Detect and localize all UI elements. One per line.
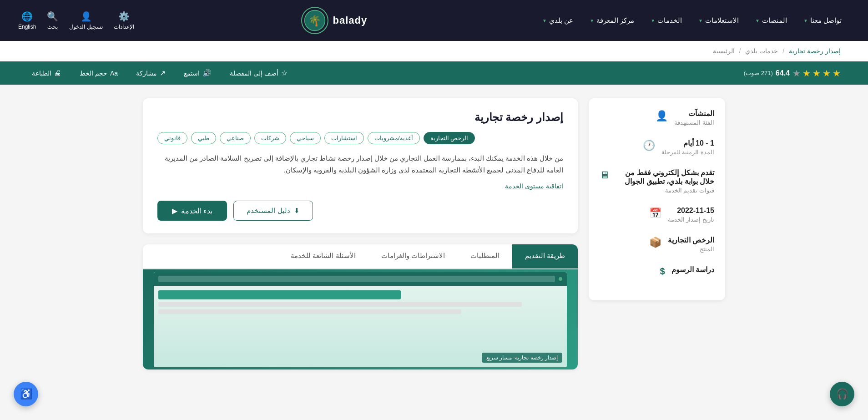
chevron-down-icon: ▼	[755, 18, 760, 23]
sidebar-product-sublabel: المنتج	[668, 246, 714, 253]
nav-item-platforms[interactable]: المنصات ▼	[747, 4, 795, 37]
service-title: إصدار رخصة تجارية	[157, 111, 563, 124]
dollar-icon: $	[660, 266, 665, 277]
sidebar-channel-label: تقدم بشكل إلكتروني فقط من خلال بوابة بلد…	[616, 168, 714, 186]
service-description: من خلال هذه الخدمة يمكنك البدء، بممارسة …	[157, 152, 563, 176]
chevron-down-icon: ▼	[698, 18, 703, 23]
video-preview[interactable]: إصدار رخصة تجارية- مسار سريع	[143, 269, 578, 369]
login-button[interactable]: 👤 تسجيل الدخول	[69, 11, 102, 30]
sidebar: المنشآت الفئة المستهدفة 👤 1 - 10 أيام ال…	[589, 98, 725, 300]
sidebar-date-label: 2022-11-15	[668, 207, 714, 215]
tag-tourism[interactable]: سياحي	[290, 132, 321, 144]
star-2: ★	[823, 68, 831, 79]
chevron-down-icon: ▼	[803, 18, 808, 23]
logo-name-en: balady	[333, 15, 368, 26]
action-buttons: ⬇ دليل المستخدم بدء الخدمة ▶	[157, 201, 563, 221]
print-button[interactable]: 🖨 الطباعة	[27, 66, 66, 80]
tab-requirements[interactable]: المتطلبات	[458, 244, 512, 268]
font-icon: Aa	[110, 70, 118, 77]
download-icon: ⬇	[294, 207, 300, 215]
favorite-button[interactable]: ☆ أضف إلى المفضلة	[225, 66, 292, 80]
tabs-content: إصدار رخصة تجارية- مسار سريع	[143, 269, 578, 369]
rating-area: ★ ★ ★ ★ ★ 64.4 (271 صوت)	[744, 68, 841, 79]
login-label: تسجيل الدخول	[69, 24, 102, 30]
tag-industrial[interactable]: صناعي	[220, 132, 251, 144]
logo[interactable]: balady 🌴	[301, 7, 368, 34]
search-button[interactable]: 🔍 بحث	[47, 11, 58, 30]
sidebar-duration: 1 - 10 أيام المدة الزمنية للمرحلة 🕐	[600, 139, 714, 156]
user-icon: 👤	[81, 11, 92, 22]
sla-link[interactable]: اتفاقية مستوى الخدمة	[157, 182, 563, 190]
share-button[interactable]: ↗ مشاركة	[131, 66, 170, 80]
speaker-icon: 🔊	[202, 69, 212, 77]
gear-icon: ⚙️	[118, 11, 130, 22]
sidebar-target-content: المنشآت الفئة المستهدفة	[674, 109, 714, 126]
nav-item-services[interactable]: الخدمات ▼	[642, 4, 690, 37]
logo-circle: 🌴	[301, 7, 328, 34]
user-guide-button[interactable]: ⬇ دليل المستخدم	[233, 201, 313, 221]
sidebar-date-sublabel: تاريخ إصدار الخدمة	[668, 216, 714, 223]
video-screenshot: إصدار رخصة تجارية- مسار سريع	[154, 272, 567, 367]
nav-label-contact: تواصل معنا	[810, 16, 842, 25]
nav-label-about: عن بلدي	[549, 16, 573, 25]
star-1: ★	[833, 68, 841, 79]
tab-faq[interactable]: الأسئلة الشائعة للخدمة	[278, 244, 368, 268]
box-icon: 📦	[649, 237, 661, 248]
breadcrumb-item-home[interactable]: الرئيسية	[713, 47, 735, 55]
sidebar-date: 2022-11-15 تاريخ إصدار الخدمة 📅	[600, 207, 714, 223]
sidebar-product: الرخص التجارية المنتج 📦	[600, 236, 714, 253]
nav-item-inquiries[interactable]: الاستعلامات ▼	[690, 4, 747, 37]
chevron-down-icon: ▼	[651, 18, 655, 23]
tabs-header: طريقة التقديم المتطلبات الاشتراطات والغر…	[143, 244, 578, 269]
toolbar: ★ ★ ★ ★ ★ 64.4 (271 صوت) ☆ أضف إلى المفض…	[0, 61, 868, 85]
main-content: المنشآت الفئة المستهدفة 👤 1 - 10 أيام ال…	[116, 85, 752, 383]
svg-text:🌴: 🌴	[308, 15, 321, 27]
nav-label-services: الخدمات	[657, 16, 682, 25]
settings-label: الإعدادات	[114, 24, 134, 30]
nav-item-contact[interactable]: تواصل معنا ▼	[795, 4, 850, 37]
logo-text-area: balady	[333, 15, 368, 26]
tag-medical[interactable]: طبي	[191, 132, 216, 144]
listen-label: استمع	[184, 70, 200, 77]
start-service-button[interactable]: بدء الخدمة ▶	[157, 201, 227, 221]
rating-votes: (271 صوت)	[744, 70, 773, 76]
font-size-button[interactable]: Aa حجم الخط	[75, 67, 122, 80]
breadcrumb-item-services[interactable]: خدمات بلدي	[745, 47, 778, 55]
language-button[interactable]: 🌐 English	[18, 11, 36, 30]
nav-menu: تواصل معنا ▼ المنصات ▼ الاستعلامات ▼ الخ…	[534, 4, 850, 37]
globe-icon: 🌐	[21, 11, 33, 22]
tag-companies[interactable]: شركات	[254, 132, 286, 144]
sidebar-channel-sublabel: قنوات تقديم الخدمة	[616, 187, 714, 194]
share-label: مشاركة	[136, 70, 157, 77]
user-guide-label: دليل المستخدم	[247, 207, 290, 215]
settings-button[interactable]: ⚙️ الإعدادات	[114, 11, 134, 30]
listen-button[interactable]: 🔊 استمع	[179, 66, 216, 80]
sidebar-target-label: المنشآت	[674, 109, 714, 118]
tab-method[interactable]: طريقة التقديم	[512, 244, 578, 268]
service-card: إصدار رخصة تجارية الرخص التجارية أغذية/م…	[143, 98, 578, 233]
accessibility-floating-button[interactable]: ♿	[14, 382, 38, 383]
sidebar-channel-content: تقدم بشكل إلكتروني فقط من خلال بوابة بلد…	[616, 168, 714, 194]
nav-item-knowledge[interactable]: مركز المعرفة ▼	[581, 4, 642, 37]
sidebar-target-sublabel: الفئة المستهدفة	[674, 119, 714, 126]
chevron-down-icon: ▼	[542, 18, 547, 23]
play-icon: ▶	[172, 207, 177, 215]
nav-item-about[interactable]: عن بلدي ▼	[534, 4, 581, 37]
tag-legal[interactable]: قانوني	[157, 132, 187, 144]
sidebar-channel: تقدم بشكل إلكتروني فقط من خلال بوابة بلد…	[600, 168, 714, 194]
tab-fees[interactable]: الاشتراطات والغرامات	[368, 244, 458, 268]
rating-score: 64.4	[776, 69, 790, 77]
palm-icon: 🌴	[304, 10, 326, 31]
service-area: إصدار رخصة تجارية الرخص التجارية أغذية/م…	[143, 98, 578, 369]
tag-food[interactable]: أغذية/مشروبات	[368, 132, 420, 144]
person-icon: 👤	[656, 110, 668, 122]
star-4: ★	[802, 68, 811, 79]
breadcrumb-item-commercial[interactable]: إصدار رخصة تجارية	[789, 47, 841, 55]
help-floating-button[interactable]: 🎧	[830, 382, 854, 383]
sidebar-target: المنشآت الفئة المستهدفة 👤	[600, 109, 714, 126]
star-5: ★	[792, 68, 801, 79]
sidebar-product-content: الرخص التجارية المنتج	[668, 236, 714, 253]
tag-consulting[interactable]: استشارات	[324, 132, 364, 144]
tag-commercial[interactable]: الرخص التجارية	[424, 132, 475, 144]
favorite-label: أضف إلى المفضلة	[230, 70, 278, 77]
